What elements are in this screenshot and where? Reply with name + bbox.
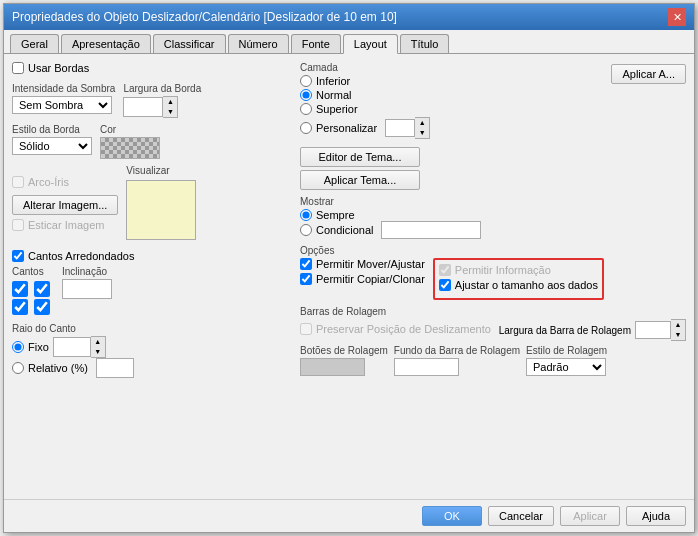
tab-layout[interactable]: Layout xyxy=(343,34,398,54)
usar-bordas-label: Usar Bordas xyxy=(28,62,89,74)
barras-section: Barras de Rolagem Preservar Posição de D… xyxy=(300,306,686,376)
tab-apresentacao[interactable]: Apresentação xyxy=(61,34,151,53)
tab-numero[interactable]: Número xyxy=(228,34,289,53)
estilo-rolagem-select[interactable]: Padrão xyxy=(526,358,606,376)
esticar-checkbox[interactable] xyxy=(12,219,24,231)
personalizar-input[interactable]: 0 xyxy=(385,119,415,137)
pers-up[interactable]: ▲ xyxy=(415,118,429,128)
lb-down[interactable]: ▼ xyxy=(671,330,685,340)
usar-bordas-checkbox[interactable] xyxy=(12,62,24,74)
tab-geral[interactable]: Geral xyxy=(10,34,59,53)
inclinacao-group: Inclinação 2 xyxy=(62,266,112,319)
cantos-grid xyxy=(12,281,54,315)
cor-preview[interactable] xyxy=(100,137,160,159)
fixo-spinner: 5 pt ▲ ▼ xyxy=(53,336,106,358)
mostrar-section: Mostrar Sempre Condicional xyxy=(300,196,686,239)
opcoes-right-highlight: Permitir Informação Ajustar o tamanho ao… xyxy=(433,258,604,300)
superior-radio[interactable] xyxy=(300,103,312,115)
largura-down[interactable]: ▼ xyxy=(163,107,177,117)
aplicar-a-button[interactable]: Aplicar A... xyxy=(611,64,686,84)
intensidade-largura-row: Intensidade da Sombra Sem Sombra Largura… xyxy=(12,83,292,118)
alterar-imagem-button[interactable]: Alterar Imagem... xyxy=(12,195,118,215)
ajustar-tamanho-label: Ajustar o tamanho aos dados xyxy=(455,279,598,291)
estilo-select[interactable]: Sólido xyxy=(12,137,92,155)
condicional-radio[interactable] xyxy=(300,224,312,236)
fundo-preview[interactable] xyxy=(394,358,459,376)
cantos-arredondados-checkbox[interactable] xyxy=(12,250,24,262)
ajustar-tamanho-checkbox[interactable] xyxy=(439,279,451,291)
title-bar: Propriedades do Objeto Deslizador/Calend… xyxy=(4,4,694,30)
fixo-input[interactable]: 5 pt xyxy=(53,337,91,357)
dialog-window: Propriedades do Objeto Deslizador/Calend… xyxy=(3,3,695,533)
sempre-row: Sempre xyxy=(300,209,686,221)
personalizar-radio[interactable] xyxy=(300,122,312,134)
preservar-checkbox[interactable] xyxy=(300,323,312,335)
ok-button[interactable]: OK xyxy=(422,506,482,526)
tab-classificar[interactable]: Classificar xyxy=(153,34,226,53)
largura-up[interactable]: ▲ xyxy=(163,97,177,107)
inferior-label: Inferior xyxy=(316,75,350,87)
inclinacao-label: Inclinação xyxy=(62,266,112,277)
fixo-up[interactable]: ▲ xyxy=(91,337,105,347)
personalizar-row: Personalizar 0 ▲ ▼ xyxy=(300,117,430,139)
estilo-cor-row: Estilo da Borda Sólido Cor xyxy=(12,124,292,159)
normal-radio[interactable] xyxy=(300,89,312,101)
arco-alterar-group: Arco-Íris Alterar Imagem... Esticar Imag… xyxy=(12,176,118,234)
ajuda-button[interactable]: Ajuda xyxy=(626,506,686,526)
aplicar-button[interactable]: Aplicar xyxy=(560,506,620,526)
arco-iris-label: Arco-Íris xyxy=(28,176,69,188)
intensidade-select[interactable]: Sem Sombra xyxy=(12,96,112,114)
esticar-label: Esticar Imagem xyxy=(28,219,104,231)
permitir-copiar-checkbox[interactable] xyxy=(300,273,312,285)
botoes-group: Botões de Rolagem xyxy=(300,345,388,376)
arco-iris-checkbox[interactable] xyxy=(12,176,24,188)
canto-tl[interactable] xyxy=(12,281,28,297)
largura-barra-group: Largura da Barra de Rolagem 9 pt ▲ ▼ xyxy=(499,319,686,341)
right-panel: Camada Inferior Normal Superior xyxy=(300,62,686,491)
permitir-mover-checkbox[interactable] xyxy=(300,258,312,270)
usar-bordas-row: Usar Bordas xyxy=(12,62,292,74)
intensidade-label: Intensidade da Sombra xyxy=(12,83,115,94)
close-button[interactable]: ✕ xyxy=(668,8,686,26)
tema-buttons: Editor de Tema... Aplicar Tema... xyxy=(300,147,686,190)
inferior-radio[interactable] xyxy=(300,75,312,87)
dialog-title: Propriedades do Objeto Deslizador/Calend… xyxy=(12,10,397,24)
aplicar-tema-button[interactable]: Aplicar Tema... xyxy=(300,170,420,190)
relativo-label: Relativo (%) xyxy=(28,362,88,374)
aplicar-a-group: Aplicar A... xyxy=(611,64,686,139)
cancelar-button[interactable]: Cancelar xyxy=(488,506,554,526)
relativo-input[interactable]: 100 xyxy=(96,358,134,378)
editor-tema-button[interactable]: Editor de Tema... xyxy=(300,147,420,167)
visualizar-group: Visualizar xyxy=(126,165,196,244)
sempre-radio[interactable] xyxy=(300,209,312,221)
condicional-input[interactable] xyxy=(381,221,481,239)
largura-barra-label: Largura da Barra de Rolagem xyxy=(499,325,631,336)
permitir-copiar-row: Permitir Copiar/Clonar xyxy=(300,273,425,285)
botoes-preview[interactable] xyxy=(300,358,365,376)
largura-barra-spinner: 9 pt ▲ ▼ xyxy=(635,319,686,341)
fixo-row: Fixo 5 pt ▲ ▼ xyxy=(12,336,292,358)
largura-borda-label: Largura da Borda xyxy=(123,83,201,94)
canto-br[interactable] xyxy=(34,299,50,315)
lb-up[interactable]: ▲ xyxy=(671,320,685,330)
opcoes-section: Opções Permitir Mover/Ajustar Permitir C… xyxy=(300,245,686,300)
largura-input[interactable]: 0 pt xyxy=(123,97,163,117)
inclinacao-input[interactable]: 2 xyxy=(62,279,112,299)
relativo-row: Relativo (%) 100 xyxy=(12,358,292,378)
largura-barra-input[interactable]: 9 pt xyxy=(635,321,671,339)
fixo-radio[interactable] xyxy=(12,341,24,353)
tab-fonte[interactable]: Fonte xyxy=(291,34,341,53)
relativo-radio[interactable] xyxy=(12,362,24,374)
fundo-label: Fundo da Barra de Rolagem xyxy=(394,345,520,356)
opcoes-left: Permitir Mover/Ajustar Permitir Copiar/C… xyxy=(300,258,425,300)
largura-spinner: 0 pt ▲ ▼ xyxy=(123,96,201,118)
tab-titulo[interactable]: Título xyxy=(400,34,450,53)
cantos-inclinacao-row: Cantos Inclinação 2 xyxy=(12,266,292,319)
pers-down[interactable]: ▼ xyxy=(415,128,429,138)
sempre-label: Sempre xyxy=(316,209,355,221)
canto-tr[interactable] xyxy=(34,281,50,297)
permitir-mover-label: Permitir Mover/Ajustar xyxy=(316,258,425,270)
canto-bl[interactable] xyxy=(12,299,28,315)
fixo-down[interactable]: ▼ xyxy=(91,347,105,357)
permitir-informacao-checkbox[interactable] xyxy=(439,264,451,276)
